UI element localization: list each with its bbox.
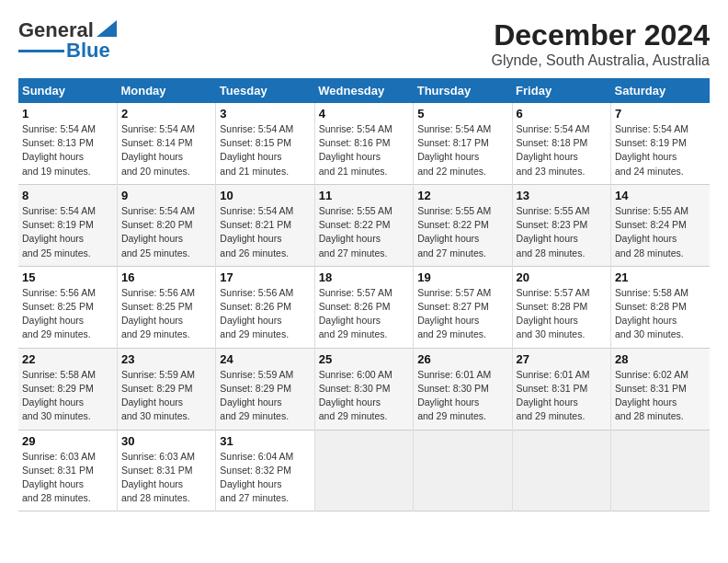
calendar-cell: 6Sunrise: 5:54 AMSunset: 8:18 PMDaylight… (512, 103, 610, 184)
day-number: 30 (121, 434, 211, 448)
calendar-cell: 4Sunrise: 5:54 AMSunset: 8:16 PMDaylight… (314, 103, 413, 184)
calendar-cell: 11Sunrise: 5:55 AMSunset: 8:22 PMDayligh… (314, 184, 413, 266)
day-info: Sunrise: 5:56 AMSunset: 8:25 PMDaylight … (121, 286, 211, 342)
day-info: Sunrise: 6:01 AMSunset: 8:30 PMDaylight … (417, 368, 507, 424)
day-number: 16 (121, 270, 211, 284)
day-info: Sunrise: 5:55 AMSunset: 8:24 PMDaylight … (615, 204, 706, 260)
day-number: 28 (615, 352, 706, 366)
day-number: 1 (22, 107, 113, 121)
calendar-cell: 2Sunrise: 5:54 AMSunset: 8:14 PMDaylight… (117, 103, 215, 184)
header-saturday: Saturday (611, 78, 710, 103)
calendar-cell: 23Sunrise: 5:59 AMSunset: 8:29 PMDayligh… (117, 348, 215, 430)
day-info: Sunrise: 5:58 AMSunset: 8:29 PMDaylight … (22, 368, 113, 424)
week-row-4: 22Sunrise: 5:58 AMSunset: 8:29 PMDayligh… (18, 348, 710, 430)
day-number: 27 (517, 352, 607, 366)
day-number: 17 (220, 270, 310, 284)
calendar-cell: 24Sunrise: 5:59 AMSunset: 8:29 PMDayligh… (216, 348, 314, 430)
location-title: Glynde, South Australia, Australia (492, 52, 710, 69)
calendar-cell: 31Sunrise: 6:04 AMSunset: 8:32 PMDayligh… (216, 430, 314, 511)
calendar-cell: 26Sunrise: 6:01 AMSunset: 8:30 PMDayligh… (414, 348, 512, 430)
calendar-cell: 8Sunrise: 5:54 AMSunset: 8:19 PMDaylight… (18, 184, 117, 266)
month-title: December 2024 (492, 18, 710, 52)
logo-arrow-icon (97, 20, 117, 37)
day-number: 23 (121, 352, 211, 366)
header-tuesday: Tuesday (216, 78, 314, 103)
calendar-cell: 20Sunrise: 5:57 AMSunset: 8:28 PMDayligh… (512, 266, 610, 348)
day-number: 24 (220, 352, 310, 366)
header-wednesday: Wednesday (314, 78, 413, 103)
day-number: 19 (417, 270, 507, 284)
day-info: Sunrise: 6:02 AMSunset: 8:31 PMDaylight … (615, 368, 706, 424)
calendar-cell: 30Sunrise: 6:03 AMSunset: 8:31 PMDayligh… (117, 430, 215, 511)
day-number: 22 (22, 352, 113, 366)
logo: General Blue (18, 18, 117, 63)
day-number: 8 (22, 189, 113, 202)
calendar-cell: 14Sunrise: 5:55 AMSunset: 8:24 PMDayligh… (611, 184, 710, 266)
day-info: Sunrise: 5:54 AMSunset: 8:14 PMDaylight … (121, 122, 211, 178)
page-header: General Blue December 2024 Glynde, South… (18, 18, 710, 69)
day-info: Sunrise: 6:03 AMSunset: 8:31 PMDaylight … (22, 450, 113, 506)
day-info: Sunrise: 6:00 AMSunset: 8:30 PMDaylight … (319, 368, 409, 424)
calendar-cell: 5Sunrise: 5:54 AMSunset: 8:17 PMDaylight… (414, 103, 512, 184)
logo-blue: Blue (66, 39, 110, 63)
calendar-cell: 3Sunrise: 5:54 AMSunset: 8:15 PMDaylight… (216, 103, 314, 184)
day-number: 9 (121, 189, 211, 202)
day-info: Sunrise: 5:54 AMSunset: 8:16 PMDaylight … (319, 122, 409, 178)
calendar-cell (314, 430, 413, 511)
day-number: 29 (22, 434, 113, 448)
calendar-cell (611, 430, 710, 511)
day-info: Sunrise: 5:58 AMSunset: 8:28 PMDaylight … (615, 286, 706, 342)
week-row-2: 8Sunrise: 5:54 AMSunset: 8:19 PMDaylight… (18, 184, 710, 266)
day-info: Sunrise: 5:55 AMSunset: 8:22 PMDaylight … (319, 204, 409, 260)
day-info: Sunrise: 5:54 AMSunset: 8:20 PMDaylight … (121, 204, 211, 260)
calendar-cell: 28Sunrise: 6:02 AMSunset: 8:31 PMDayligh… (611, 348, 710, 430)
calendar-cell (512, 430, 610, 511)
day-number: 6 (517, 107, 607, 121)
calendar-cell: 21Sunrise: 5:58 AMSunset: 8:28 PMDayligh… (611, 266, 710, 348)
title-block: December 2024 Glynde, South Australia, A… (492, 18, 710, 69)
calendar-cell: 13Sunrise: 5:55 AMSunset: 8:23 PMDayligh… (512, 184, 610, 266)
day-info: Sunrise: 5:54 AMSunset: 8:21 PMDaylight … (220, 204, 310, 260)
day-number: 14 (615, 189, 706, 202)
day-info: Sunrise: 5:59 AMSunset: 8:29 PMDaylight … (220, 368, 310, 424)
calendar-header-row: SundayMondayTuesdayWednesdayThursdayFrid… (18, 78, 710, 103)
day-number: 13 (517, 189, 607, 202)
calendar-cell: 9Sunrise: 5:54 AMSunset: 8:20 PMDaylight… (117, 184, 215, 266)
calendar-cell (414, 430, 512, 511)
day-info: Sunrise: 5:55 AMSunset: 8:23 PMDaylight … (517, 204, 607, 260)
day-info: Sunrise: 6:04 AMSunset: 8:32 PMDaylight … (220, 450, 310, 506)
day-info: Sunrise: 5:56 AMSunset: 8:25 PMDaylight … (22, 286, 113, 342)
calendar-cell: 7Sunrise: 5:54 AMSunset: 8:19 PMDaylight… (611, 103, 710, 184)
day-number: 26 (417, 352, 507, 366)
day-number: 10 (220, 189, 310, 202)
day-number: 21 (615, 270, 706, 284)
day-info: Sunrise: 5:54 AMSunset: 8:18 PMDaylight … (517, 122, 607, 178)
day-number: 20 (517, 270, 607, 284)
day-number: 5 (417, 107, 507, 121)
day-number: 2 (121, 107, 211, 121)
calendar-cell: 29Sunrise: 6:03 AMSunset: 8:31 PMDayligh… (18, 430, 117, 511)
day-number: 4 (319, 107, 409, 121)
day-info: Sunrise: 5:57 AMSunset: 8:26 PMDaylight … (319, 286, 409, 342)
day-info: Sunrise: 5:54 AMSunset: 8:17 PMDaylight … (417, 122, 507, 178)
week-row-5: 29Sunrise: 6:03 AMSunset: 8:31 PMDayligh… (18, 430, 710, 511)
calendar-cell: 10Sunrise: 5:54 AMSunset: 8:21 PMDayligh… (216, 184, 314, 266)
calendar-table: SundayMondayTuesdayWednesdayThursdayFrid… (18, 78, 710, 511)
week-row-3: 15Sunrise: 5:56 AMSunset: 8:25 PMDayligh… (18, 266, 710, 348)
day-number: 18 (319, 270, 409, 284)
day-info: Sunrise: 6:01 AMSunset: 8:31 PMDaylight … (517, 368, 607, 424)
day-info: Sunrise: 5:59 AMSunset: 8:29 PMDaylight … (121, 368, 211, 424)
calendar-cell: 27Sunrise: 6:01 AMSunset: 8:31 PMDayligh… (512, 348, 610, 430)
day-info: Sunrise: 5:56 AMSunset: 8:26 PMDaylight … (220, 286, 310, 342)
header-monday: Monday (117, 78, 215, 103)
day-number: 25 (319, 352, 409, 366)
day-number: 11 (319, 189, 409, 202)
day-info: Sunrise: 6:03 AMSunset: 8:31 PMDaylight … (121, 450, 211, 506)
day-info: Sunrise: 5:54 AMSunset: 8:19 PMDaylight … (615, 122, 706, 178)
calendar-cell: 25Sunrise: 6:00 AMSunset: 8:30 PMDayligh… (314, 348, 413, 430)
svg-marker-0 (97, 20, 117, 37)
calendar-cell: 16Sunrise: 5:56 AMSunset: 8:25 PMDayligh… (117, 266, 215, 348)
day-info: Sunrise: 5:54 AMSunset: 8:19 PMDaylight … (22, 204, 113, 260)
header-friday: Friday (512, 78, 610, 103)
header-sunday: Sunday (18, 78, 117, 103)
